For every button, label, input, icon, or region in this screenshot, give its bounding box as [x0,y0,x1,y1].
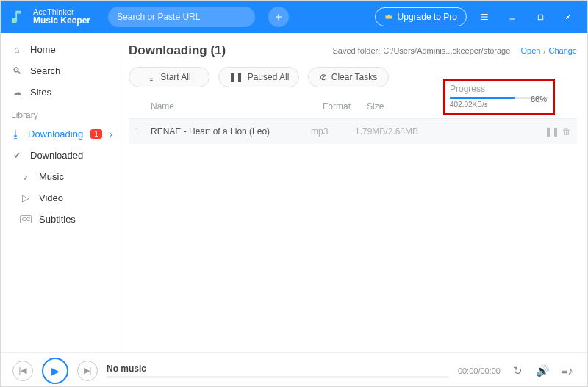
sidebar-item-video[interactable]: ▷ Video [1,187,118,209]
cc-icon: CC [20,215,32,223]
saved-folder-info: Saved folder: C:/Users/Adminis...ckeeper… [333,46,578,55]
upgrade-button[interactable]: Upgrade to Pro [375,7,467,26]
sidebar-item-home[interactable]: ⌂ Home [1,39,118,60]
menu-icon[interactable] [474,7,495,27]
svg-rect-0 [538,15,542,19]
sidebar-section-library: Library [1,103,118,123]
page-title: Downloading (1) [129,43,226,58]
clear-icon: ⊘ [320,72,327,82]
brand-line1: AceThinker [33,7,90,16]
sidebar-item-search[interactable]: 🔍︎ Search [1,60,118,82]
search-placeholder: Search or Paste URL [117,12,200,22]
video-icon: ▷ [20,192,32,203]
add-button[interactable] [268,7,289,27]
next-button[interactable]: ▶| [77,361,98,381]
row-index: 1 [135,126,151,137]
downloading-badge: 1 [90,129,102,139]
start-all-button[interactable]: ⭳ Start All [129,67,209,87]
crown-icon [384,12,393,21]
maximize-icon[interactable] [530,7,551,27]
sidebar-label-downloading: Downloading [28,129,83,140]
saved-folder-label: Saved folder: [333,46,381,55]
sidebar-label-home: Home [30,44,56,55]
titlebar: AceThinker Music Keeper Search or Paste … [1,1,587,33]
sidebar-item-music[interactable]: ♪ Music [1,166,118,187]
table-header: Name Format Size Progress 66% 402.02KB/s [129,92,577,119]
pause-icon: ❚❚ [229,72,243,82]
main: ⌂ Home 🔍︎ Search ☁ Sites Library ⭳ Downl… [1,33,587,352]
volume-icon[interactable]: 🔊 [534,364,551,377]
search-icon: 🔍︎ [11,65,23,76]
sites-icon: ☁ [11,87,23,98]
row-percent: 66% [531,95,547,104]
track-progress[interactable] [107,376,449,378]
sidebar-item-sites[interactable]: ☁ Sites [1,82,118,103]
sidebar-item-downloaded[interactable]: ✔ Downloaded [1,145,118,166]
download-icon: ⭳ [11,129,21,140]
home-icon: ⌂ [11,44,23,55]
col-size: Size [367,101,448,112]
row-size: 1.79MB/2.68MB [355,126,436,137]
col-progress: Progress [450,84,548,94]
open-folder-link[interactable]: Open [520,46,540,55]
sidebar-label-video: Video [39,192,63,203]
app-logo-icon [10,9,26,25]
sidebar-label-search: Search [30,65,60,76]
prev-button[interactable]: |◀ [12,361,33,381]
player-bar: |◀ ▶ ▶| No music 00:00/00:00 ↻ 🔊 ≡♪ [1,352,587,387]
paused-all-label: Paused All [248,72,290,82]
row-format: mp3 [311,126,355,137]
playlist-icon[interactable]: ≡♪ [559,364,576,377]
sidebar: ⌂ Home 🔍︎ Search ☁ Sites Library ⭳ Downl… [1,33,118,352]
play-button[interactable]: ▶ [42,358,68,384]
progress-header-highlight: Progress 66% 402.02KB/s [443,79,555,115]
brand-line2: Music Keeper [33,16,90,26]
sidebar-label-sites: Sites [30,87,51,98]
close-icon[interactable] [558,7,578,27]
start-all-label: Start All [160,72,190,82]
track-title: No music [107,364,449,374]
sidebar-label-downloaded: Downloaded [30,150,83,161]
sidebar-label-music: Music [39,171,64,182]
clear-tasks-label: Clear Tasks [331,72,377,82]
change-folder-link[interactable]: Change [548,46,577,55]
download-icon: ⭳ [147,72,156,82]
clear-tasks-button[interactable]: ⊘ Clear Tasks [308,67,389,87]
saved-folder-path: C:/Users/Adminis...ckeeper/storage [383,46,510,55]
content: Downloading (1) Saved folder: C:/Users/A… [118,33,587,352]
search-input[interactable]: Search or Paste URL [108,7,255,27]
upgrade-label: Upgrade to Pro [398,12,457,22]
col-format: Format [323,101,367,112]
brand: AceThinker Music Keeper [33,7,90,26]
sidebar-label-subtitles: Subtitles [39,214,76,225]
chevron-right-icon: › [110,129,112,140]
paused-all-button[interactable]: ❚❚ Paused All [218,67,299,87]
track-area: No music [107,364,449,378]
minimize-icon[interactable] [502,7,523,27]
check-icon: ✔ [11,150,23,161]
table-row[interactable]: 1 RENAE - Heart of a Lion (Leo) mp3 1.79… [129,119,577,144]
sidebar-item-subtitles[interactable]: CC Subtitles [1,209,118,230]
sidebar-item-downloading[interactable]: ⭳ Downloading 1 › [1,123,118,145]
repeat-icon[interactable]: ↻ [509,364,526,377]
track-time: 00:00/00:00 [458,366,501,375]
content-header: Downloading (1) Saved folder: C:/Users/A… [129,43,577,58]
delete-row-icon[interactable]: 🗑 [562,126,571,137]
col-name: Name [151,101,323,112]
music-icon: ♪ [20,171,32,182]
pause-row-icon[interactable]: ❚❚ [545,126,559,137]
row-name: RENAE - Heart of a Lion (Leo) [151,126,311,137]
